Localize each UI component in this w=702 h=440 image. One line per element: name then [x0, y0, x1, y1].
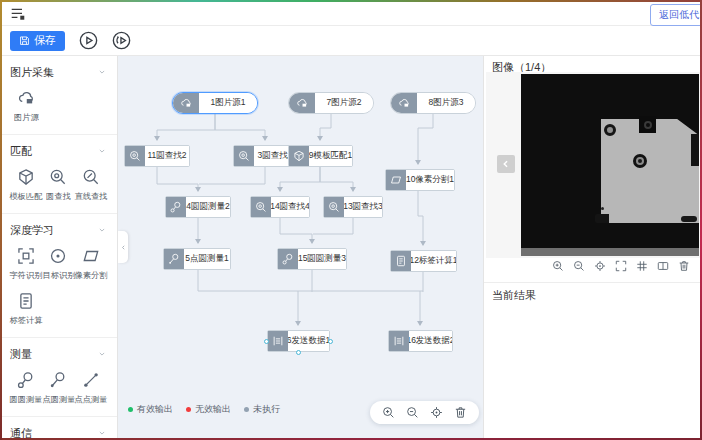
action-toolbar: 保存	[0, 26, 702, 56]
tool-item[interactable]: 像素分割	[75, 247, 107, 282]
flow-node-label: 4圆圆测量2	[186, 197, 230, 217]
cloud-image-icon	[173, 93, 199, 113]
flow-node[interactable]: 11圆查找2	[124, 145, 190, 167]
sidebar-section-header[interactable]: 匹配	[10, 143, 107, 159]
node-handle[interactable]	[328, 339, 333, 344]
delete-icon[interactable]	[454, 406, 467, 419]
flow-node[interactable]: 16发送数据2	[388, 330, 453, 352]
flow-node[interactable]: 4圆圆测量2	[165, 196, 231, 218]
tool-sidebar: 图片采集图片源匹配模板匹配圆查找直线查找深度学习字符识别目标识别像素分割标签计算…	[0, 56, 118, 439]
legend-label: 无效输出	[195, 403, 231, 416]
flow-node[interactable]: 13圆查找3	[323, 196, 383, 218]
tool-item-label: 圆圆测量	[10, 394, 43, 406]
send-data-icon	[389, 331, 409, 351]
sidebar-section-header[interactable]: 深度学习	[10, 222, 107, 238]
tool-item-label: 模板匹配	[10, 191, 43, 203]
circle-find-icon	[125, 146, 145, 166]
legend-dot	[244, 407, 249, 412]
chevron-down-icon	[97, 225, 107, 235]
tool-item[interactable]: 圆圆测量	[10, 371, 42, 406]
tool-item[interactable]: 目标识别	[42, 247, 74, 282]
flow-node[interactable]: 7图片源2	[288, 92, 374, 114]
zoom-out-icon[interactable]	[573, 260, 585, 272]
label-calc-icon	[17, 292, 35, 310]
image-toolbar	[552, 260, 690, 272]
circle-find-icon	[234, 146, 254, 166]
locate-icon[interactable]	[594, 260, 606, 272]
flow-node[interactable]: 9模板匹配1	[288, 145, 353, 167]
flow-node-label: 5点圆测量1	[184, 249, 230, 269]
fullscreen-icon[interactable]	[615, 260, 627, 272]
node-handle[interactable]	[264, 339, 269, 344]
flow-node[interactable]: 1图片源1	[172, 92, 258, 114]
result-panel-title: 当前结果	[492, 288, 536, 303]
tool-item-label: 标签计算	[10, 315, 43, 327]
tool-item[interactable]: 点圆测量	[42, 371, 74, 406]
tool-item[interactable]: 直线查找	[75, 168, 107, 203]
zoom-in-icon[interactable]	[382, 406, 395, 419]
measure-cc-icon	[166, 197, 186, 217]
flow-node-label: 1图片源1	[199, 93, 257, 113]
flow-canvas[interactable]: 有效输出无效输出未执行 1图片源17图片源28图片源311圆查找23圆查找19模…	[118, 56, 483, 439]
measure-cc-icon	[278, 249, 298, 269]
sidebar-section: 图片采集图片源	[0, 56, 117, 135]
flow-node[interactable]: 14圆查找4	[250, 196, 310, 218]
cloud-image-icon	[289, 93, 315, 113]
flow-node-label: 9模板匹配1	[309, 146, 352, 166]
cube-icon	[289, 146, 309, 166]
run-loop-button[interactable]	[112, 31, 131, 50]
sidebar-section: 匹配模板匹配圆查找直线查找	[0, 135, 117, 214]
locate-icon[interactable]	[430, 406, 443, 419]
measure-pp-icon	[82, 371, 100, 389]
sidebar-section-header[interactable]: 测量	[10, 346, 107, 362]
menu-icon[interactable]	[10, 6, 26, 20]
tool-item[interactable]: 标签计算	[10, 292, 42, 327]
circle-find-icon	[49, 168, 67, 186]
status-legend: 有效输出无效输出未执行	[128, 403, 280, 416]
measure-pc-icon	[49, 371, 67, 389]
zoom-out-icon[interactable]	[406, 406, 419, 419]
flow-node[interactable]: 8图片源3	[390, 92, 476, 114]
tool-item-label: 目标识别	[42, 270, 75, 282]
segment-icon	[386, 170, 406, 190]
send-data-icon	[268, 331, 288, 351]
grid-icon[interactable]	[636, 260, 648, 272]
compare-icon[interactable]	[657, 260, 669, 272]
circle-find-icon	[251, 197, 271, 217]
main-layout: 图片采集图片源匹配模板匹配圆查找直线查找深度学习字符识别目标识别像素分割标签计算…	[0, 56, 702, 439]
prev-image-button[interactable]	[497, 155, 515, 173]
save-button[interactable]: 保存	[10, 31, 65, 51]
back-to-lowcode-button[interactable]: 返回低代	[650, 4, 702, 26]
tool-item-label: 字符识别	[10, 270, 43, 282]
legend-dot	[186, 407, 191, 412]
tool-item[interactable]: 图片源	[10, 89, 42, 124]
cloud-image-icon	[17, 89, 35, 107]
tool-item-label: 点点测量	[74, 394, 107, 406]
image-viewer	[486, 72, 701, 258]
chevron-down-icon	[97, 428, 107, 438]
flow-node-label: 15圆圆测量3	[298, 249, 346, 269]
flow-node[interactable]: 5点圆测量1	[163, 248, 231, 270]
tool-item[interactable]: 圆查找	[42, 168, 74, 203]
tool-item[interactable]: 点点测量	[75, 371, 107, 406]
flow-node[interactable]: 15圆圆测量3	[277, 248, 347, 270]
delete-icon[interactable]	[678, 260, 690, 272]
circle-find-icon	[324, 197, 344, 217]
flow-node[interactable]: 10像素分割1	[385, 169, 455, 191]
flow-node[interactable]: 12标签计算1	[390, 250, 457, 272]
flow-node[interactable]: 6发送数据1	[267, 330, 330, 352]
node-handle[interactable]	[296, 350, 301, 355]
sidebar-collapse-handle[interactable]	[118, 231, 128, 263]
save-button-label: 保存	[34, 33, 56, 48]
zoom-in-icon[interactable]	[552, 260, 564, 272]
tool-item[interactable]: 字符识别	[10, 247, 42, 282]
run-once-button[interactable]	[79, 31, 98, 50]
flow-node-label: 8图片源3	[417, 93, 475, 113]
sidebar-section-header[interactable]: 图片采集	[10, 64, 107, 80]
flow-node-label: 10像素分割1	[406, 170, 454, 190]
flow-node-label: 12标签计算1	[411, 251, 456, 271]
tool-item[interactable]: 模板匹配	[10, 168, 42, 203]
sidebar-section: 深度学习字符识别目标识别像素分割标签计算	[0, 214, 117, 338]
sidebar-section-title: 测量	[10, 347, 32, 362]
sidebar-section-header[interactable]: 通信	[10, 425, 107, 439]
